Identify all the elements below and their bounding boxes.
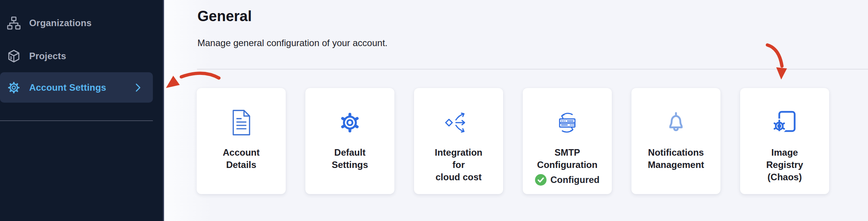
card-label: Integration for cloud cost — [435, 146, 482, 183]
card-integration-cloud-cost[interactable]: Integration for cloud cost — [414, 88, 503, 194]
section-divider — [197, 69, 868, 70]
sidebar-item-account-settings[interactable]: Account Settings — [0, 72, 153, 103]
card-default-settings[interactable]: Default Settings — [305, 88, 394, 194]
chevron-right-icon — [134, 83, 142, 93]
card-notifications-management[interactable]: Notifications Management — [631, 88, 721, 194]
sidebar-divider — [0, 120, 153, 121]
bell-icon — [665, 103, 687, 142]
org-chart-icon — [7, 16, 21, 30]
card-image-registry-chaos[interactable]: Image Registry (Chaos) — [740, 88, 829, 194]
sidebar-item-label: Organizations — [29, 18, 92, 28]
status-badge: Configured — [550, 174, 600, 185]
card-account-details[interactable]: Account Details — [197, 88, 286, 194]
registry-gear-icon — [773, 103, 797, 142]
gear-icon — [338, 103, 361, 142]
sidebar-item-label: Account Settings — [29, 82, 106, 93]
card-label: SMTP Configuration — [537, 146, 597, 171]
branch-arrows-icon — [444, 103, 473, 142]
sidebar-item-projects[interactable]: Projects — [0, 45, 153, 68]
cube-icon — [7, 49, 21, 63]
document-icon — [230, 103, 252, 142]
smtp-server-sync-icon — [555, 103, 579, 142]
card-label: Notifications Management — [648, 146, 704, 171]
smtp-status: Configured — [535, 174, 600, 186]
gear-icon — [7, 81, 21, 95]
card-label: Default Settings — [332, 146, 368, 171]
sidebar-item-label: Projects — [29, 51, 66, 61]
sidebar: Organizations Projects Account Settings — [0, 0, 164, 221]
arrow-to-image-registry — [767, 45, 787, 80]
settings-card-grid: Account Details Default Settings Integra… — [197, 88, 829, 194]
sidebar-item-organizations[interactable]: Organizations — [0, 12, 153, 35]
page-title: General — [197, 8, 252, 25]
card-smtp-configuration[interactable]: SMTP Configuration Configured — [523, 88, 612, 194]
card-label: Image Registry (Chaos) — [766, 146, 803, 183]
check-circle-icon — [535, 174, 547, 186]
page-subtitle: Manage general configuration of your acc… — [197, 37, 388, 49]
card-label: Account Details — [223, 146, 260, 171]
